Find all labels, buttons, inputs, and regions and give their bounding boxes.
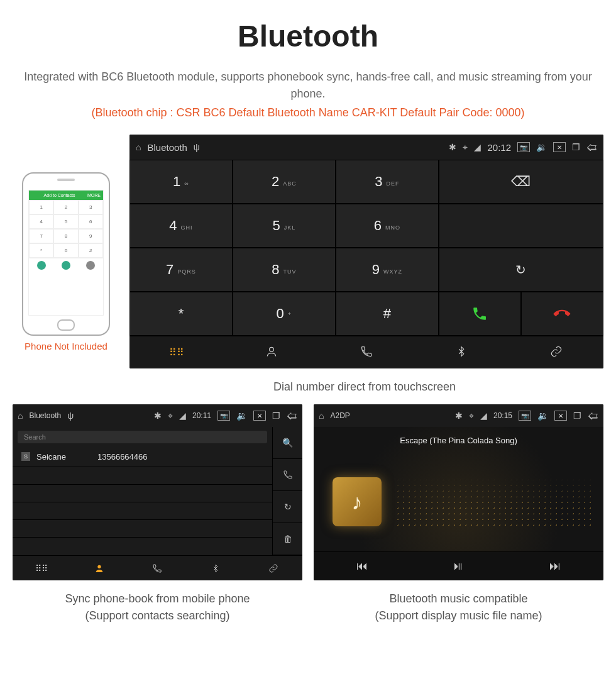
camera-icon[interactable]: 📷 — [519, 411, 531, 421]
tab-settings[interactable] — [245, 555, 302, 580]
close-icon[interactable]: ✕ — [554, 411, 567, 421]
tab-settings[interactable] — [509, 336, 603, 368]
tab-bluetooth[interactable] — [414, 336, 509, 368]
contact-number: 13566664466 — [97, 452, 148, 462]
call-button[interactable] — [272, 459, 302, 491]
key-6[interactable]: 6MNO — [336, 204, 439, 248]
bt-status-icon: ✱ — [449, 142, 456, 152]
search-button[interactable]: 🔍 — [272, 427, 302, 459]
close-icon[interactable]: ✕ — [553, 142, 566, 152]
key-5[interactable]: 5JKL — [233, 204, 336, 248]
key-0[interactable]: 0+ — [233, 292, 336, 336]
key-2[interactable]: 2ABC — [233, 160, 336, 204]
clock: 20:11 — [192, 411, 211, 420]
close-icon[interactable]: ✕ — [253, 411, 266, 421]
sync-button[interactable]: ↻ — [272, 491, 302, 523]
bt-status-icon: ✱ — [455, 411, 463, 421]
status-bar: ⌂ Bluetooth ψ ✱ ⌖ ◢ 20:12 📷 🔉 ✕ ❐ ➯ — [129, 135, 603, 160]
empty-row — [13, 467, 272, 485]
contact-name: Seicane — [36, 452, 66, 462]
key-8[interactable]: 8TUV — [233, 248, 336, 292]
back-icon[interactable]: ➯ — [287, 408, 297, 423]
tab-bluetooth[interactable] — [187, 555, 245, 580]
page-title: Bluetooth — [13, 19, 603, 53]
volume-icon[interactable]: 🔉 — [537, 411, 548, 421]
bluetooth-tab-icon — [456, 346, 467, 360]
dialer-caption: Dial number direct from touchscreen — [13, 379, 603, 396]
delete-button[interactable]: 🗑 — [272, 523, 302, 555]
spec-line: (Bluetooth chip : CSR BC6 Default Blueto… — [13, 106, 603, 119]
key-hash[interactable]: # — [336, 292, 439, 336]
clock: 20:12 — [487, 142, 511, 153]
back-icon[interactable]: ➯ — [588, 408, 598, 423]
song-title: Escape (The Pina Colada Song) — [400, 436, 517, 445]
gps-icon: ⌖ — [469, 411, 474, 421]
tab-recent[interactable] — [319, 336, 414, 368]
tab-contacts[interactable] — [224, 336, 319, 368]
contacts-panel: ⌂ Bluetooth ψ ✱ ⌖ ◢ 20:11 📷 🔉 ✕ ❐ ➯ Sear… — [13, 404, 302, 580]
camera-icon[interactable]: 📷 — [217, 411, 230, 421]
tab-contacts[interactable] — [70, 555, 128, 580]
empty-row — [13, 502, 272, 520]
status-title: Bluetooth — [29, 411, 61, 420]
spacer-1 — [439, 204, 603, 248]
page-description: Integrated with BC6 Bluetooth module, su… — [13, 69, 603, 102]
key-1[interactable]: 1∞ — [129, 160, 233, 204]
next-button[interactable]: ⏭ — [549, 560, 561, 573]
empty-row — [13, 520, 272, 538]
prev-button[interactable]: ⏮ — [356, 560, 368, 573]
tab-dialpad[interactable]: ⠿⠿ — [129, 336, 224, 368]
wifi-icon: ◢ — [474, 142, 481, 152]
windows-icon[interactable]: ❐ — [272, 411, 280, 421]
wifi-icon: ◢ — [179, 411, 186, 421]
gps-icon: ⌖ — [463, 142, 468, 153]
person-icon — [265, 345, 278, 360]
home-icon[interactable]: ⌂ — [136, 142, 141, 152]
usb-icon: ψ — [67, 411, 74, 421]
bt-status-icon: ✱ — [154, 411, 162, 421]
key-9[interactable]: 9WXYZ — [336, 248, 439, 292]
key-3[interactable]: 3DEF — [336, 160, 439, 204]
contact-badge: S — [21, 452, 30, 461]
equalizer — [395, 477, 591, 526]
music-panel: ⌂ A2DP ✱ ⌖ ◢ 20:15 📷 🔉 ✕ ❐ ➯ Escape (The… — [314, 404, 603, 580]
volume-icon[interactable]: 🔉 — [236, 411, 247, 421]
contacts-caption: Sync phone-book from mobile phone(Suppor… — [13, 590, 302, 624]
dialer-panel: ⌂ Bluetooth ψ ✱ ⌖ ◢ 20:12 📷 🔉 ✕ ❐ ➯ 1∞ 2… — [129, 135, 603, 368]
wifi-icon: ◢ — [480, 411, 487, 421]
key-7[interactable]: 7PQRS — [129, 248, 233, 292]
play-pause-button[interactable]: ⏯ — [453, 560, 464, 573]
camera-icon[interactable]: 📷 — [517, 142, 530, 152]
search-input[interactable]: Search — [18, 431, 267, 443]
clock: 20:15 — [493, 411, 512, 420]
redial-button[interactable]: ↻ — [439, 248, 603, 292]
windows-icon[interactable]: ❐ — [572, 142, 580, 152]
empty-row — [13, 485, 272, 502]
key-4[interactable]: 4GHI — [129, 204, 233, 248]
link-icon — [550, 345, 563, 360]
home-icon[interactable]: ⌂ — [18, 411, 23, 421]
contact-row[interactable]: S Seicane 13566664466 — [13, 447, 272, 467]
backspace-button[interactable]: ⌫ — [439, 160, 603, 204]
svg-point-1 — [98, 565, 101, 568]
tab-dialpad[interactable]: ⠿⠿ — [13, 555, 70, 580]
hangup-button[interactable] — [521, 292, 603, 336]
gps-icon: ⌖ — [168, 411, 173, 421]
album-art: ♪ — [333, 477, 382, 526]
home-icon[interactable]: ⌂ — [319, 411, 324, 421]
call-button[interactable] — [439, 292, 521, 336]
tab-recent[interactable] — [128, 555, 186, 580]
usb-icon: ψ — [194, 142, 200, 152]
phone-icon — [360, 345, 373, 360]
dial-pad: 1∞ 2ABC 3DEF ⌫ 4GHI 5JKL 6MNO 7PQRS 8TUV… — [129, 160, 603, 336]
windows-icon[interactable]: ❐ — [573, 411, 581, 421]
status-title: A2DP — [330, 411, 349, 420]
back-icon[interactable]: ➯ — [586, 140, 597, 155]
svg-point-0 — [270, 347, 274, 351]
phone-caption: Phone Not Included — [13, 341, 119, 351]
key-star[interactable]: * — [129, 292, 233, 336]
volume-icon[interactable]: 🔉 — [536, 142, 547, 152]
phone-mockup: Add to ContactsMORE 123 456 789 *0# — [22, 172, 110, 336]
status-title: Bluetooth — [147, 142, 187, 153]
music-caption: Bluetooth music compatible(Support displ… — [314, 590, 603, 624]
